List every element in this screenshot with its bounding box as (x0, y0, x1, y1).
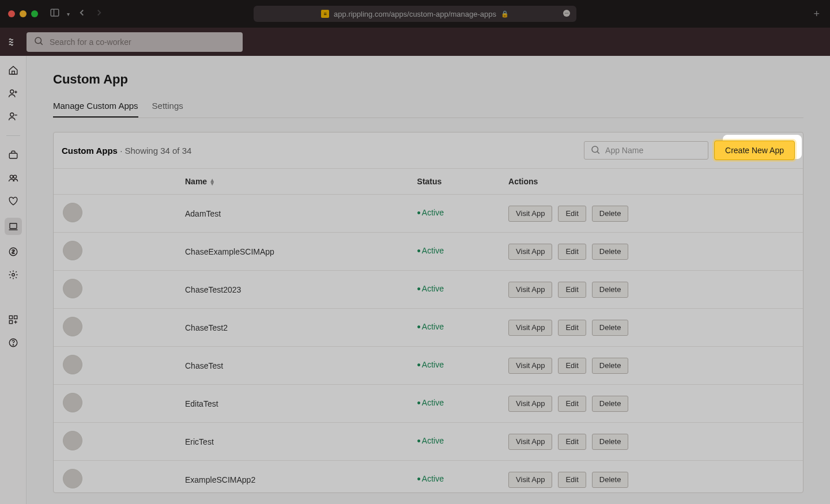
heart-icon[interactable] (7, 195, 20, 207)
visit-app-button[interactable]: Visit App (508, 206, 552, 222)
lock-icon: 🔒 (501, 10, 509, 18)
filter-input[interactable] (584, 141, 708, 160)
col-actions: Actions (501, 169, 803, 195)
visit-app-button[interactable]: Visit App (508, 282, 552, 298)
status-badge: •Active (417, 322, 444, 331)
svg-point-20 (12, 274, 14, 276)
table-row: EricTest •Active Visit App Edit Delete (54, 423, 803, 461)
custom-apps-panel: Custom Apps · Showing 34 of 34 Create Ne… (53, 132, 803, 493)
edit-button[interactable]: Edit (558, 244, 586, 260)
table-row: ChaseTest2023 •Active Visit App Edit Del… (54, 271, 803, 309)
url-bar[interactable]: ≡ app.rippling.com/apps/custom-app/manag… (254, 6, 576, 22)
status-badge: •Active (417, 436, 444, 445)
tab-manage-custom-apps[interactable]: Manage Custom Apps (53, 101, 138, 118)
add-user-icon[interactable] (7, 87, 20, 100)
sort-icon[interactable]: ▲▼ (209, 179, 215, 185)
visit-app-button[interactable]: Visit App (508, 472, 552, 488)
window-minimize-icon[interactable] (20, 10, 27, 17)
search-icon (33, 36, 44, 48)
app-avatar (63, 431, 82, 450)
panel-title: Custom Apps · Showing 34 of 34 (62, 146, 191, 156)
status-badge: •Active (417, 246, 444, 255)
delete-button[interactable]: Delete (592, 282, 629, 298)
delete-button[interactable]: Delete (592, 358, 629, 374)
delete-button[interactable]: Delete (592, 244, 629, 260)
forward-icon[interactable] (94, 7, 104, 20)
svg-rect-14 (9, 153, 17, 158)
table-row: ChaseExampleSCIMApp •Active Visit App Ed… (54, 233, 803, 271)
edit-button[interactable]: Edit (558, 396, 586, 412)
global-search[interactable] (27, 32, 243, 52)
visit-app-button[interactable]: Visit App (508, 244, 552, 260)
search-icon (590, 145, 601, 157)
create-new-app-button[interactable]: Create New App (714, 141, 795, 160)
status-badge: •Active (417, 284, 444, 293)
money-icon[interactable] (7, 245, 20, 258)
app-avatar (63, 469, 82, 488)
svg-rect-22 (9, 321, 12, 324)
chevron-down-icon[interactable]: ▾ (67, 11, 70, 17)
svg-point-27 (13, 344, 13, 345)
status-badge: •Active (417, 360, 444, 369)
briefcase-icon[interactable] (7, 149, 20, 161)
main-content: Custom App Manage Custom Apps Settings C… (27, 56, 830, 504)
app-name-cell: ChaseTest (178, 347, 410, 385)
visit-app-button[interactable]: Visit App (508, 434, 552, 450)
app-name-cell: EricTest (178, 423, 410, 461)
page-settings-icon[interactable] (561, 8, 572, 20)
svg-point-3 (565, 13, 566, 14)
svg-point-15 (10, 175, 13, 178)
svg-point-6 (35, 37, 42, 44)
app-name-cell: ChaseExampleSCIMApp (178, 233, 410, 271)
status-badge: •Active (417, 474, 444, 483)
new-tab-icon[interactable]: + (813, 8, 820, 20)
edit-button[interactable]: Edit (558, 358, 586, 374)
gear-icon[interactable] (7, 268, 20, 281)
app-name-cell: EditaTest (178, 385, 410, 423)
global-search-input[interactable] (50, 37, 236, 47)
grid-plus-icon[interactable] (7, 313, 20, 326)
visit-app-button[interactable]: Visit App (508, 320, 552, 336)
visit-app-button[interactable]: Visit App (508, 358, 552, 374)
svg-point-9 (10, 90, 13, 93)
app-avatar (63, 355, 82, 374)
app-name-cell: ChaseTest2 (178, 309, 410, 347)
site-badge-icon: ≡ (321, 10, 329, 18)
svg-rect-23 (14, 316, 17, 319)
app-name-cell: AdamTest (178, 195, 410, 233)
delete-button[interactable]: Delete (592, 206, 629, 222)
col-name[interactable]: Name▲▼ (178, 169, 410, 195)
tabs: Manage Custom Apps Settings (53, 101, 803, 118)
tab-settings[interactable]: Settings (152, 101, 183, 118)
table-row: ChaseTest2 •Active Visit App Edit Delete (54, 309, 803, 347)
svg-rect-0 (51, 9, 59, 16)
edit-button[interactable]: Edit (558, 206, 586, 222)
home-icon[interactable] (7, 64, 20, 77)
app-name-cell: ChaseTest2023 (178, 271, 410, 309)
apps-icon[interactable] (5, 218, 22, 235)
edit-button[interactable]: Edit (558, 320, 586, 336)
help-icon[interactable] (7, 336, 20, 349)
back-icon[interactable] (77, 7, 87, 20)
delete-button[interactable]: Delete (592, 320, 629, 336)
svg-point-12 (10, 113, 13, 116)
rippling-logo-icon[interactable] (6, 35, 21, 50)
delete-button[interactable]: Delete (592, 472, 629, 488)
sidebar-toggle-icon[interactable] (50, 7, 60, 20)
edit-button[interactable]: Edit (558, 282, 586, 298)
app-avatar (63, 203, 82, 222)
window-maximize-icon[interactable] (31, 10, 38, 17)
delete-button[interactable]: Delete (592, 396, 629, 412)
visit-app-button[interactable]: Visit App (508, 396, 552, 412)
people-icon[interactable] (7, 172, 20, 184)
remove-user-icon[interactable] (7, 110, 20, 123)
edit-button[interactable]: Edit (558, 434, 586, 450)
svg-point-4 (566, 13, 567, 14)
delete-button[interactable]: Delete (592, 434, 629, 450)
edit-button[interactable]: Edit (558, 472, 586, 488)
svg-rect-17 (10, 223, 17, 229)
status-badge: •Active (417, 208, 444, 217)
filter-app-name[interactable] (605, 146, 702, 155)
window-close-icon[interactable] (8, 10, 15, 17)
apps-table: Name▲▼ Status Actions AdamTest •Active V… (54, 169, 803, 492)
